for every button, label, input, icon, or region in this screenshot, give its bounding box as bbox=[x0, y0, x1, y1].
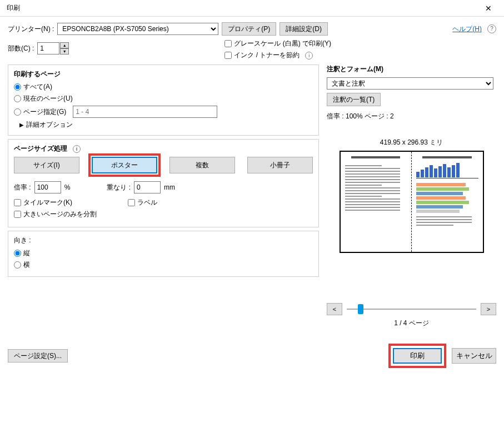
comments-title: 注釈とフォーム(M) bbox=[327, 64, 496, 74]
copies-up[interactable]: ▲ bbox=[60, 42, 69, 48]
detail-options-toggle[interactable]: ▶ 詳細オプション bbox=[19, 120, 313, 130]
help-icon[interactable]: ? bbox=[487, 24, 496, 33]
labels-chk-label: ラベル bbox=[137, 198, 157, 207]
info-icon[interactable]: i bbox=[73, 145, 81, 153]
tilemark-checkbox[interactable] bbox=[14, 199, 21, 206]
grayscale-label: グレースケール (白黒) で印刷(Y) bbox=[234, 39, 331, 48]
overlap-label: 重なり : bbox=[107, 183, 131, 192]
preview-frame bbox=[340, 151, 484, 253]
copies-label: 部数(C) : bbox=[8, 44, 34, 53]
nav-slider[interactable] bbox=[347, 303, 476, 315]
pages-range-label: ページ指定(G) bbox=[23, 107, 66, 117]
close-button[interactable]: ✕ bbox=[477, 1, 500, 16]
properties-button[interactable]: プロパティ(P) bbox=[222, 22, 276, 36]
orient-v-radio[interactable] bbox=[14, 250, 21, 257]
copies-input[interactable] bbox=[37, 42, 59, 54]
pages-range-input[interactable] bbox=[73, 106, 217, 118]
pages-all-label: すべて(A) bbox=[23, 82, 52, 92]
page-setup-button[interactable]: ページ設定(S)... bbox=[8, 349, 68, 363]
scale-label: 倍率 : bbox=[14, 183, 31, 192]
printer-label: プリンター(N) : bbox=[8, 24, 54, 34]
poster-button[interactable]: ポスター bbox=[92, 157, 157, 173]
pages-current-label: 現在のページ(U) bbox=[23, 94, 73, 103]
orient-h-label: 横 bbox=[23, 260, 30, 270]
page-info: 1 / 4 ページ bbox=[327, 319, 496, 328]
pages-current-radio[interactable] bbox=[14, 95, 21, 102]
pages-range-radio[interactable] bbox=[14, 108, 21, 116]
help-link[interactable]: ヘルプ(H) bbox=[452, 24, 482, 34]
labels-checkbox[interactable] bbox=[128, 199, 135, 206]
orient-title: 向き : bbox=[14, 236, 313, 245]
overlap-mm: mm bbox=[164, 183, 175, 191]
pages-all-radio[interactable] bbox=[14, 83, 21, 91]
savetoner-checkbox[interactable] bbox=[224, 52, 232, 59]
orient-h-radio[interactable] bbox=[14, 261, 21, 269]
multiple-button[interactable]: 複数 bbox=[169, 157, 235, 173]
cancel-button[interactable]: キャンセル bbox=[452, 348, 496, 364]
preview-page-right bbox=[412, 152, 483, 252]
comments-select[interactable]: 文書と注釈 bbox=[327, 77, 493, 90]
size-button[interactable]: サイズ(I) bbox=[14, 157, 79, 173]
preview-dims: 419.95 x 296.93 ミリ bbox=[327, 138, 496, 147]
printer-select[interactable]: EPSONCB2A8B (PX-S7050 Series) bbox=[57, 23, 218, 35]
preview-info: 倍率 : 100% ページ : 2 bbox=[327, 112, 496, 121]
orient-v-label: 縦 bbox=[23, 249, 30, 258]
chevron-right-icon: ▶ bbox=[19, 122, 24, 128]
copies-down[interactable]: ▼ bbox=[60, 48, 69, 54]
pages-title: 印刷するページ bbox=[14, 69, 313, 79]
savetoner-label: インク / トナーを節約 bbox=[234, 51, 300, 60]
overlap-input[interactable] bbox=[134, 181, 161, 193]
nav-next-button[interactable]: > bbox=[481, 303, 496, 315]
dialog-title: 印刷 bbox=[4, 3, 20, 13]
scale-pct: % bbox=[64, 183, 71, 191]
advanced-button[interactable]: 詳細設定(D) bbox=[280, 22, 328, 36]
nav-prev-button[interactable]: < bbox=[327, 303, 342, 315]
bigonly-label: 大きいページのみを分割 bbox=[23, 210, 97, 219]
tilemark-label: タイルマーク(K) bbox=[23, 198, 72, 207]
scale-input[interactable] bbox=[34, 181, 61, 193]
preview-page-left bbox=[341, 152, 412, 252]
info-icon[interactable]: i bbox=[305, 52, 313, 59]
comments-list-button[interactable]: 注釈の一覧(T) bbox=[327, 93, 381, 106]
grayscale-checkbox[interactable] bbox=[224, 40, 232, 47]
print-button[interactable]: 印刷 bbox=[393, 348, 442, 364]
bigonly-checkbox[interactable] bbox=[14, 211, 21, 218]
sizegroup-title: ページサイズ処理 bbox=[14, 144, 67, 153]
booklet-button[interactable]: 小冊子 bbox=[247, 157, 313, 173]
